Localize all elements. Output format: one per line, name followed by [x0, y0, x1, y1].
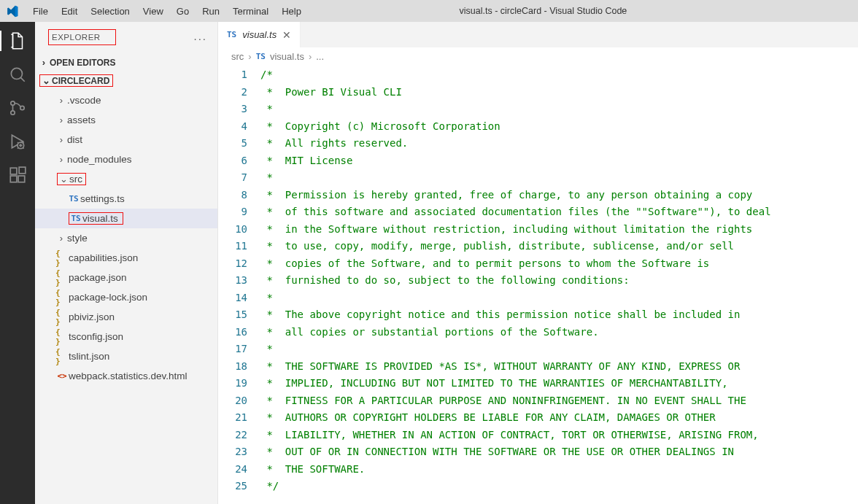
folder-node-modules[interactable]: ›node_modules	[35, 150, 217, 169]
menu-go[interactable]: Go	[171, 3, 195, 20]
json-file-icon: { }	[55, 268, 69, 287]
sidebar-title: EXPLORER	[52, 33, 101, 42]
file-package-lock-json[interactable]: { }package-lock.json	[35, 287, 217, 307]
svg-point-2	[11, 111, 15, 115]
menu-selection[interactable]: Selection	[85, 3, 135, 20]
breadcrumb-more[interactable]: ...	[316, 51, 324, 62]
html-file-icon: <>	[55, 371, 69, 381]
chevron-right-icon: ›	[309, 51, 312, 62]
svg-rect-6	[10, 176, 17, 182]
code-content[interactable]: /* * Power BI Visual CLI * * Copyright (…	[260, 66, 858, 504]
json-file-icon: { }	[55, 288, 69, 307]
json-file-icon: { }	[55, 347, 69, 366]
folder-assets[interactable]: ›assets	[35, 110, 217, 130]
file-settings-ts[interactable]: TSsettings.ts	[35, 189, 217, 209]
code-editor[interactable]: 1234567891011121314151617181920212223242…	[218, 65, 858, 504]
ts-file-icon: TS	[69, 214, 82, 223]
ts-file-icon: TS	[256, 52, 266, 61]
file-webpack-html[interactable]: <>webpack.statistics.dev.html	[35, 366, 217, 386]
breadcrumb[interactable]: src › TS visual.ts › ...	[218, 47, 858, 65]
menu-help[interactable]: Help	[276, 3, 307, 20]
menu-view[interactable]: View	[137, 3, 169, 20]
menu-run[interactable]: Run	[196, 3, 225, 20]
extensions-icon[interactable]	[7, 165, 28, 185]
explorer-icon[interactable]	[7, 31, 28, 51]
json-file-icon: { }	[55, 308, 69, 327]
menu-file[interactable]: File	[27, 3, 54, 20]
file-tree: ›.vscode ›assets ›dist ›node_modules ⌄sr…	[35, 90, 217, 392]
menu-terminal[interactable]: Terminal	[227, 3, 274, 20]
json-file-icon: { }	[55, 327, 69, 346]
folder-src[interactable]: ⌄src	[35, 169, 217, 189]
ts-file-icon: TS	[227, 30, 236, 39]
file-pbiviz-json[interactable]: { }pbiviz.json	[35, 307, 217, 327]
svg-rect-5	[10, 168, 17, 174]
json-file-icon: { }	[55, 249, 69, 268]
tab-label: visual.ts	[242, 29, 277, 40]
search-icon[interactable]	[7, 64, 28, 85]
ts-file-icon: TS	[67, 194, 80, 203]
title-bar: FileEditSelectionViewGoRunTerminalHelp v…	[0, 0, 858, 22]
file-tslint-json[interactable]: { }tslint.json	[35, 346, 217, 366]
tabs-bar: TS visual.ts ✕	[218, 22, 858, 47]
chevron-right-icon: ›	[38, 57, 50, 68]
svg-point-1	[11, 101, 15, 105]
breadcrumb-src[interactable]: src	[231, 51, 244, 62]
breadcrumb-file[interactable]: visual.ts	[270, 51, 304, 62]
open-editors-section[interactable]: › OPEN EDITORS	[35, 54, 217, 71]
file-package-json[interactable]: { }package.json	[35, 268, 217, 287]
sidebar: EXPLORER ··· › OPEN EDITORS ⌄ CIRCLECARD…	[35, 22, 218, 504]
file-tsconfig-json[interactable]: { }tsconfig.json	[35, 327, 217, 346]
menu-bar: FileEditSelectionViewGoRunTerminalHelp	[27, 3, 307, 20]
folder-style[interactable]: ›style	[35, 228, 217, 248]
activity-bar	[0, 22, 35, 504]
vscode-logo-icon	[6, 5, 18, 18]
menu-edit[interactable]: Edit	[55, 3, 83, 20]
svg-rect-8	[19, 167, 26, 174]
folder-dist[interactable]: ›dist	[35, 130, 217, 150]
file-visual-ts[interactable]: TSvisual.ts	[35, 209, 217, 228]
project-section[interactable]: ⌄ CIRCLECARD	[35, 71, 217, 90]
window-title: visual.ts - circleCard - Visual Studio C…	[307, 6, 852, 16]
close-icon[interactable]: ✕	[282, 29, 291, 41]
source-control-icon[interactable]	[7, 98, 28, 118]
editor-group: TS visual.ts ✕ src › TS visual.ts › ... …	[218, 22, 858, 504]
svg-point-0	[11, 68, 22, 79]
line-numbers: 1234567891011121314151617181920212223242…	[218, 66, 260, 504]
folder-vscode[interactable]: ›.vscode	[35, 90, 217, 110]
run-debug-icon[interactable]	[7, 131, 28, 152]
tab-visual-ts[interactable]: TS visual.ts ✕	[218, 22, 301, 47]
svg-rect-7	[18, 176, 25, 182]
sidebar-more-icon[interactable]: ···	[193, 32, 207, 44]
chevron-down-icon: ⌄	[40, 75, 52, 86]
file-capabilities-json[interactable]: { }capabilities.json	[35, 248, 217, 268]
chevron-right-icon: ›	[248, 51, 251, 62]
